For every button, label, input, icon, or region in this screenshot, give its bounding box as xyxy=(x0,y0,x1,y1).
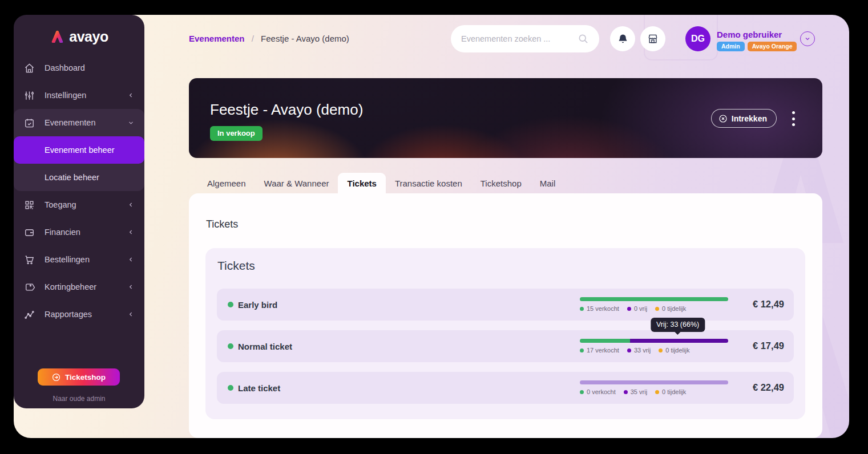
tab-ticketshop[interactable]: Ticketshop xyxy=(471,173,531,193)
chevron-left-icon xyxy=(128,202,134,208)
ticket-status-dot xyxy=(228,385,233,391)
legend-item: 0 tijdelijk xyxy=(655,305,686,312)
sidebar-item-label: Toegang xyxy=(45,200,76,209)
legend-item: 0 tijdelijk xyxy=(655,388,686,395)
chevron-down-icon xyxy=(128,120,134,126)
search-input[interactable] xyxy=(461,34,578,43)
ticket-row-normal-ticket[interactable]: Normal ticket17 verkocht33 vrij0 tijdeli… xyxy=(217,330,794,362)
user-badge-admin: Admin xyxy=(717,42,745,51)
breadcrumb-current: Feestje - Avayo (demo) xyxy=(261,34,349,43)
sidebar: avayo DashboardInstellingenEvenementenEv… xyxy=(14,15,144,408)
chevron-left-icon xyxy=(128,229,134,236)
breadcrumb: Evenementen / Feestje - Avayo (demo) xyxy=(189,34,349,43)
sidebar-nav: DashboardInstellingenEvenementenEvenemen… xyxy=(14,54,144,328)
event-title: Feestje - Avayo (demo) xyxy=(210,101,363,119)
sidebar-item-dashboard[interactable]: Dashboard xyxy=(14,54,144,82)
bar-segment-free_purple_bar_light xyxy=(580,380,728,384)
ticket-price: € 22,49 xyxy=(753,382,784,393)
legend-label: 0 verkocht xyxy=(587,388,616,395)
availability-bar[interactable] xyxy=(580,380,728,384)
sidebar-item-kortingbeheer[interactable]: Kortingbeheer xyxy=(14,273,144,301)
old-admin-link[interactable]: Naar oude admin xyxy=(14,395,144,403)
sidebar-item-label: Evenementen xyxy=(45,118,95,127)
tag-icon xyxy=(24,282,35,293)
user-menu-button[interactable] xyxy=(800,31,815,46)
avayo-logo-icon xyxy=(50,29,65,44)
sidebar-item-label: Kortingbeheer xyxy=(45,282,96,291)
avatar-initials: DG xyxy=(691,34,705,44)
bar-segment-sold_green xyxy=(580,297,728,301)
tab-content-card: Tickets Tickets Early bird15 verkocht0 v… xyxy=(189,193,822,438)
sidebar-item-label: Dashboard xyxy=(45,63,85,72)
withdraw-button[interactable]: Intrekken xyxy=(711,109,777,128)
ticket-name: Early bird xyxy=(238,300,277,310)
tab-tickets[interactable]: Tickets xyxy=(338,173,385,193)
user-badges: AdminAvayo Orange xyxy=(717,42,797,51)
legend-dot xyxy=(627,307,631,311)
notifications-button[interactable] xyxy=(610,26,635,51)
ticket-price: € 17,49 xyxy=(753,340,784,351)
availability-bar[interactable] xyxy=(580,297,728,301)
user-name: Demo gebruiker xyxy=(717,30,797,39)
x-circle-icon xyxy=(718,114,728,123)
bar-segment-free_purple_bar_dark xyxy=(630,339,728,343)
ticketshop-button[interactable]: Ticketshop xyxy=(38,368,120,386)
sidebar-subitem-locatie-beheer[interactable]: Locatie beheer xyxy=(14,164,144,191)
legend-dot xyxy=(655,307,659,311)
chart-icon xyxy=(24,309,35,320)
sidebar-subitem-evenement-beheer[interactable]: Evenement beheer xyxy=(14,136,144,164)
ticket-row-early-bird[interactable]: Early bird15 verkocht0 vrij0 tijdelijk€ … xyxy=(217,289,794,321)
breadcrumb-parent[interactable]: Evenementen xyxy=(189,34,245,43)
sidebar-item-evenementen[interactable]: Evenementen xyxy=(14,109,144,136)
calendar-icon xyxy=(24,117,35,128)
legend-label: 0 tijdelijk xyxy=(662,305,686,312)
chevron-left-icon xyxy=(128,284,134,290)
breadcrumb-separator: / xyxy=(252,34,254,43)
legend-item: 17 verkocht xyxy=(580,347,619,354)
shop-button[interactable] xyxy=(640,26,665,51)
availability-bar[interactable] xyxy=(580,339,728,343)
legend-dot xyxy=(627,348,631,352)
sliders-icon xyxy=(24,90,35,101)
arrow-right-circle-icon xyxy=(52,373,60,382)
ticket-status-dot xyxy=(228,343,233,349)
sidebar-item-label: Instellingen xyxy=(45,91,86,100)
sidebar-item-label: Rapportages xyxy=(45,310,92,319)
user-avatar[interactable]: DG xyxy=(685,26,710,51)
sidebar-item-instellingen[interactable]: Instellingen xyxy=(14,82,144,109)
legend-item: 15 verkocht xyxy=(580,305,619,312)
brand-logo: avayo xyxy=(14,15,144,45)
user-meta: Demo gebruiker AdminAvayo Orange xyxy=(717,30,797,51)
tickets-card: Tickets Early bird15 verkocht0 vrij0 tij… xyxy=(205,248,805,419)
sidebar-item-rapportages[interactable]: Rapportages xyxy=(14,301,144,328)
home-icon xyxy=(24,63,35,74)
legend-item: 35 vrij xyxy=(624,388,647,395)
legend-item: 33 vrij xyxy=(627,347,651,354)
tab-algemeen[interactable]: Algemeen xyxy=(198,173,255,193)
more-options-button[interactable] xyxy=(788,111,798,126)
tab-mail[interactable]: Mail xyxy=(531,173,565,193)
sidebar-item-toegang[interactable]: Toegang xyxy=(14,191,144,218)
storefront-icon xyxy=(647,33,659,44)
legend-dot xyxy=(655,390,659,394)
legend-dot xyxy=(580,390,584,394)
sidebar-item-bestellingen[interactable]: Bestellingen xyxy=(14,246,144,273)
legend-dot xyxy=(580,307,584,311)
legend-label: 35 vrij xyxy=(631,388,647,395)
availability-legend: 17 verkocht33 vrij0 tijdelijk xyxy=(580,347,728,354)
tab-waar-wanneer[interactable]: Waar & Wanneer xyxy=(255,173,338,193)
bar-segment-sold_green xyxy=(580,339,630,343)
search-icon xyxy=(578,33,589,44)
ticket-row-late-ticket[interactable]: Late ticket0 verkocht35 vrij0 tijdelijk€… xyxy=(217,372,794,404)
tab-transactie-kosten[interactable]: Transactie kosten xyxy=(386,173,471,193)
event-hero-banner: Feestje - Avayo (demo) In verkoop Intrek… xyxy=(189,78,822,158)
ticket-name: Late ticket xyxy=(238,383,280,393)
availability-legend: 0 verkocht35 vrij0 tijdelijk xyxy=(580,388,728,395)
chevron-left-icon xyxy=(128,92,134,99)
section-title: Tickets xyxy=(206,218,238,230)
user-badge-avayo-orange: Avayo Orange xyxy=(748,42,797,51)
legend-dot xyxy=(580,348,584,352)
sidebar-item-financien[interactable]: Financien xyxy=(14,218,144,246)
legend-label: 0 tijdelijk xyxy=(662,388,686,395)
ticket-price: € 12,49 xyxy=(753,299,784,310)
